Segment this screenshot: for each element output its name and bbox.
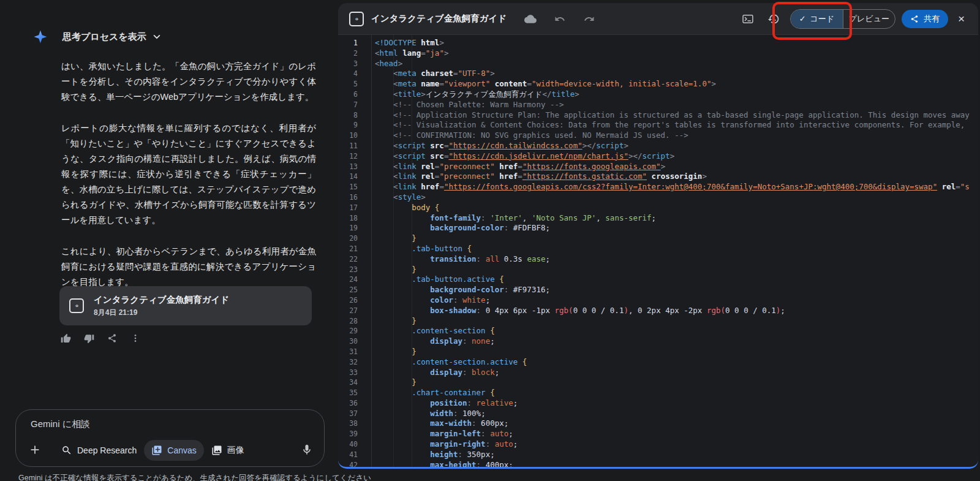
line-number: 15: [338, 182, 366, 192]
cloud-saved-button[interactable]: [524, 12, 537, 26]
code-line: 17 body {: [338, 203, 978, 213]
code-line: 14 <link rel="preconnect" href="https://…: [338, 172, 978, 182]
undo-button[interactable]: [553, 12, 567, 26]
line-number: 8: [338, 110, 366, 121]
version-history-button[interactable]: [767, 12, 780, 26]
line-number: 6: [338, 89, 366, 100]
terminal-icon: [742, 13, 754, 25]
line-number: 32: [338, 357, 366, 368]
microphone-button[interactable]: [300, 443, 314, 458]
code-tab[interactable]: ✓ コード: [791, 10, 843, 28]
preview-tab-label: プレビュー: [849, 13, 889, 25]
message-paragraph: これにより、初心者からベテランまで、あらゆる利用者が金魚飼育における疑問や課題を…: [61, 244, 316, 290]
line-number: 26: [338, 295, 366, 306]
line-number: 5: [338, 79, 366, 89]
image-label: 画像: [227, 445, 244, 456]
code-line: 24 .tab-button.active {: [338, 275, 978, 285]
line-number: 18: [338, 213, 366, 224]
code-line: 5 <meta name="viewport" content="width=d…: [338, 79, 978, 89]
assistant-message: はい、承知いたしました。「金魚の飼い方完全ガイド」のレポートを分析し、その内容を…: [61, 59, 316, 306]
view-toggle: ✓ コード プレビュー: [790, 9, 895, 29]
line-number: 23: [338, 265, 366, 275]
line-number: 37: [338, 409, 366, 419]
line-number: 38: [338, 419, 366, 429]
line-number: 24: [338, 275, 366, 285]
canvas-document-card[interactable]: ‹› インタラクティブ金魚飼育ガイド 8月4日 21:19: [59, 286, 312, 325]
plus-icon: [28, 443, 42, 456]
line-number: 36: [338, 398, 366, 409]
code-line: 23 }: [338, 265, 978, 275]
canvas-icon: [151, 445, 162, 456]
code-line: 19 background-color: #FDFBF8;: [338, 223, 978, 233]
share-label: 共有: [924, 13, 940, 25]
code-editor[interactable]: 1<!DOCTYPE html>2<html lang="ja">3<head>…: [338, 35, 978, 467]
line-number: 25: [338, 285, 366, 295]
code-line: 10 <!-- CONFIRMATION: NO SVG graphics us…: [338, 131, 978, 141]
image-chip[interactable]: 画像: [204, 440, 252, 461]
undo-icon: [554, 13, 565, 25]
code-line: 15 <link href="https://fonts.googleapis.…: [338, 182, 978, 192]
more-vert-icon: [130, 333, 140, 343]
line-number: 30: [338, 336, 366, 347]
line-number: 16: [338, 192, 366, 203]
thumbs-down-button[interactable]: [82, 331, 96, 345]
image-icon: [211, 445, 222, 456]
chevron-down-icon: [153, 32, 161, 41]
code-line: 4 <meta charset="UTF-8">: [338, 69, 978, 79]
line-number: 28: [338, 316, 366, 327]
line-number: 12: [338, 151, 366, 162]
code-line: 12 <script src="https://cdn.jsdelivr.net…: [338, 151, 978, 162]
code-line: 3<head>: [338, 59, 978, 69]
deep-research-chip[interactable]: Deep Research: [54, 440, 144, 461]
check-icon: ✓: [799, 14, 806, 23]
code-line: 26 color: white;: [338, 295, 978, 306]
thumbs-down-icon: [84, 333, 94, 344]
canvas-card-timestamp: 8月4日 21:19: [94, 308, 229, 318]
share-icon: [107, 333, 117, 343]
prompt-input-placeholder[interactable]: Gemini に相談: [31, 419, 90, 430]
line-number: 13: [338, 162, 366, 172]
code-line: 9 <!-- Visualization & Content Choices: …: [338, 120, 978, 131]
canvas-panel: ‹› インタラクティブ金魚飼育ガイド ✓ コード: [338, 3, 978, 469]
message-actions: [59, 331, 142, 345]
code-line: 38 max-width: 600px;: [338, 419, 978, 429]
line-number: 19: [338, 223, 366, 233]
redo-button[interactable]: [582, 12, 596, 26]
code-line: 2<html lang="ja">: [338, 48, 978, 59]
code-line: 39 margin-left: auto;: [338, 429, 978, 439]
code-line: 29 .content-section {: [338, 326, 978, 336]
redo-icon: [584, 13, 595, 25]
code-tab-label: コード: [810, 13, 835, 25]
line-number: 31: [338, 347, 366, 357]
code-line: 40 margin-right: auto;: [338, 439, 978, 450]
preview-tab[interactable]: プレビュー: [843, 10, 895, 28]
console-button[interactable]: [741, 12, 755, 26]
close-canvas-button[interactable]: ×: [956, 13, 967, 25]
canvas-header: ‹› インタラクティブ金魚飼育ガイド ✓ コード: [338, 3, 978, 35]
line-number: 9: [338, 120, 366, 131]
more-options-button[interactable]: [129, 331, 142, 345]
input-toolbar: Deep Research Canvas 画像: [27, 439, 314, 461]
line-number: 3: [338, 59, 366, 69]
prompt-input-container[interactable]: Gemini に相談 Deep Research Canvas 画像: [15, 409, 325, 467]
line-number: 34: [338, 377, 366, 388]
thinking-process-toggle[interactable]: 思考プロセスを表示: [62, 31, 161, 43]
disclaimer-text: Gemini は不正確な情報を表示することがあるため、生成された回答を再確認する…: [18, 473, 337, 481]
deep-research-label: Deep Research: [77, 445, 137, 455]
thumbs-up-button[interactable]: [59, 331, 72, 345]
code-line: 21 .tab-button {: [338, 244, 978, 254]
share-button[interactable]: 共有: [902, 10, 948, 28]
code-line: 28 }: [338, 316, 978, 327]
canvas-document-icon: ‹›: [69, 298, 84, 313]
code-line: 27 box-shadow: 0 4px 6px -1px rgb(0 0 0 …: [338, 306, 978, 316]
code-line: 36 position: relative;: [338, 398, 978, 409]
line-number: 22: [338, 254, 366, 265]
gemini-sparkle-icon: [33, 29, 48, 44]
share-message-button[interactable]: [105, 331, 119, 345]
line-number: 33: [338, 368, 366, 378]
canvas-chip[interactable]: Canvas: [144, 440, 203, 461]
canvas-document-icon: ‹›: [349, 12, 364, 26]
add-attachment-button[interactable]: [27, 442, 43, 458]
code-line: 11 <script src="https://cdn.tailwindcss.…: [338, 141, 978, 151]
line-number: 11: [338, 141, 366, 151]
